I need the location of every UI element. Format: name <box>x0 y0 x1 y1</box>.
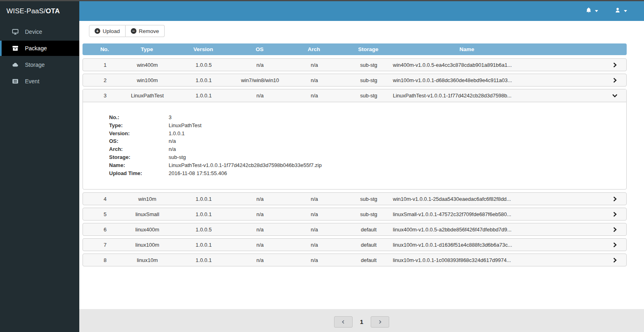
detail-label: Name: <box>109 161 169 169</box>
row-expand-toggle[interactable] <box>606 227 626 233</box>
column-header-no: No. <box>83 46 127 52</box>
row-no-cell: 7 <box>83 242 127 248</box>
sidebar-item-label: Package <box>25 45 47 52</box>
row-os-cell: n/a <box>240 257 280 263</box>
detail-label: Version: <box>109 130 169 138</box>
row-name-cell: LinuxPathTest-v1.0.0.1-1f77d4242cb28d3d7… <box>389 93 546 99</box>
detail-value: 2016-11-08 17:51:55.406 <box>169 169 227 177</box>
row-version-cell: 1.0.0.1 <box>167 242 240 248</box>
sidebar-item-package[interactable]: Package <box>0 41 79 56</box>
row-expand-toggle[interactable] <box>606 196 626 202</box>
row-no-cell: 2 <box>83 77 127 83</box>
chevron-right-icon <box>612 77 618 83</box>
sidebar-item-device[interactable]: Device <box>0 24 79 39</box>
detail-label: Type: <box>109 122 169 130</box>
detail-row: No.:3 <box>109 113 626 122</box>
expanded-row-container: 3 LinuxPathTest 1.0.0.1 n/a n/a sub-stg … <box>83 89 627 190</box>
row-no-cell: 1 <box>83 62 127 68</box>
detail-value: sub-stg <box>169 153 186 161</box>
row-os-cell: n/a <box>240 196 280 202</box>
sidebar-item-event[interactable]: Event <box>0 74 79 89</box>
row-storage-cell: default <box>349 242 389 248</box>
archive-icon <box>12 45 19 52</box>
pager: 1 <box>334 316 389 328</box>
table-header: No. Type Version OS Arch Storage Name <box>83 43 627 55</box>
chevron-right-icon <box>612 227 618 233</box>
table-row[interactable]: 4 win10m 1.0.0.1 n/a n/a sub-stg win10m-… <box>83 192 627 205</box>
row-type-cell: linux10m <box>127 257 167 263</box>
package-table: No. Type Version OS Arch Storage Name 1 … <box>83 43 627 266</box>
row-name-cell: win100m-v1.0.0.1-d68dc360de48ebd9e4c911a… <box>389 77 546 83</box>
table-row[interactable]: 6 linux400m 1.0.0.5 n/a n/a default linu… <box>83 223 627 236</box>
package-detail-panel: No.:3Type:LinuxPathTestVersion:1.0.0.1OS… <box>83 102 626 189</box>
sidebar-item-label: Event <box>25 78 39 85</box>
row-name-cell: win10m-v1.0.0.1-25daa5430eaedac6afc6f82f… <box>389 196 546 202</box>
top-navbar <box>79 1 644 21</box>
row-version-cell: 1.0.0.1 <box>167 257 240 263</box>
column-header-arch: Arch <box>280 46 348 52</box>
detail-value: n/a <box>169 137 176 145</box>
pagination-footer: 1 <box>79 309 644 332</box>
row-name-cell: linux10m-v1.0.0.1-1c008393f868c324d617d9… <box>389 257 546 263</box>
plus-circle-icon: + <box>95 28 100 34</box>
row-name-cell: win400m-v1.0.0.5-ea4cc3c878cdab901a891b6… <box>389 62 546 68</box>
row-os-cell: n/a <box>240 242 280 248</box>
row-expand-toggle[interactable] <box>606 242 626 248</box>
detail-row: Type:LinuxPathTest <box>109 122 626 130</box>
previous-page-button[interactable] <box>334 316 353 328</box>
app-logo: WISE-PaaS/OTA <box>0 1 79 21</box>
table-row[interactable]: 1 win400m 1.0.0.5 n/a n/a sub-stg win400… <box>83 58 627 71</box>
detail-value: LinuxPathTest <box>169 122 202 130</box>
detail-value: n/a <box>169 145 176 153</box>
chevron-right-icon <box>612 257 618 263</box>
table-row[interactable]: 7 linux100m 1.0.0.1 n/a n/a default linu… <box>83 238 627 251</box>
row-arch-cell: n/a <box>280 257 349 263</box>
row-storage-cell: default <box>349 227 389 233</box>
sidebar-item-label: Storage <box>25 62 45 68</box>
row-expand-toggle[interactable] <box>606 93 626 99</box>
content-area: + Upload − Remove No. Type Version OS Ar… <box>79 21 644 309</box>
row-storage-cell: sub-stg <box>349 93 389 99</box>
upload-button-label: Upload <box>103 28 120 34</box>
user-icon <box>614 7 621 15</box>
row-arch-cell: n/a <box>280 211 349 217</box>
row-type-cell: win400m <box>127 62 167 68</box>
row-expand-toggle[interactable] <box>606 77 626 83</box>
next-page-button[interactable] <box>371 316 389 328</box>
row-storage-cell: sub-stg <box>349 196 389 202</box>
row-expand-toggle[interactable] <box>606 211 626 217</box>
remove-button[interactable]: − Remove <box>126 25 165 37</box>
row-type-cell: linux400m <box>127 227 167 233</box>
sidebar: WISE-PaaS/OTA Device Package Storage <box>0 1 79 332</box>
upload-button[interactable]: + Upload <box>89 25 126 37</box>
user-menu[interactable] <box>614 7 627 15</box>
detail-value: LinuxPathTest-v1.0.0.1-1f77d4242cb28d3d7… <box>169 161 322 169</box>
row-type-cell: LinuxPathTest <box>127 93 167 99</box>
sidebar-item-storage[interactable]: Storage <box>0 57 79 72</box>
table-row[interactable]: 3 LinuxPathTest 1.0.0.1 n/a n/a sub-stg … <box>83 89 626 102</box>
detail-row: Version:1.0.0.1 <box>109 130 626 138</box>
column-header-version: Version <box>167 46 239 52</box>
row-arch-cell: n/a <box>280 93 349 99</box>
chevron-down-icon <box>624 10 627 12</box>
table-row[interactable]: 2 win100m 1.0.0.1 win7/win8/win10 n/a su… <box>83 74 627 87</box>
notifications-menu[interactable] <box>585 7 598 15</box>
sidebar-item-label: Device <box>25 29 42 35</box>
row-type-cell: linux100m <box>127 242 167 248</box>
row-version-cell: 1.0.0.1 <box>167 211 240 217</box>
detail-row: Upload Time:2016-11-08 17:51:55.406 <box>109 169 626 177</box>
chevron-right-icon <box>612 196 618 202</box>
row-no-cell: 5 <box>83 211 127 217</box>
row-os-cell: win7/win8/win10 <box>240 77 280 83</box>
chevron-right-icon <box>378 320 382 324</box>
row-version-cell: 1.0.0.1 <box>167 77 240 83</box>
chevron-left-icon <box>341 320 346 324</box>
detail-label: No.: <box>109 113 169 122</box>
table-row[interactable]: 5 linuxSmall 1.0.0.1 n/a n/a sub-stg lin… <box>83 208 627 221</box>
row-expand-toggle[interactable] <box>606 62 626 68</box>
table-row[interactable]: 8 linux10m 1.0.0.1 n/a n/a default linux… <box>83 254 627 266</box>
row-expand-toggle[interactable] <box>606 257 626 263</box>
row-storage-cell: sub-stg <box>349 62 389 68</box>
row-os-cell: n/a <box>240 227 280 233</box>
row-arch-cell: n/a <box>280 242 349 248</box>
